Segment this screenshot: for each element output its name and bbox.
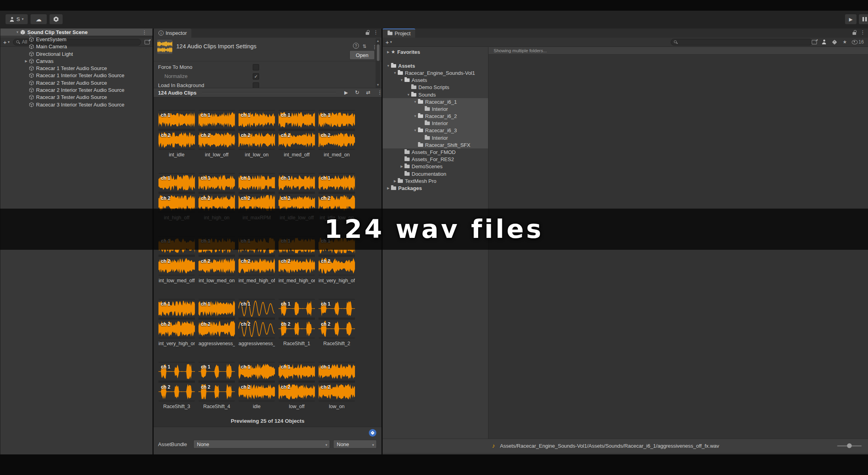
expand-open-icon[interactable]: ▼ [399,78,404,82]
services-button[interactable] [50,14,63,24]
audio-clip-preview[interactable]: ch 1ch 2RaceShift_3 [158,362,195,409]
audio-clip-preview[interactable]: ch 1ch 2int_low_on [238,110,275,158]
project-search-input[interactable] [679,39,810,45]
assetbundle-variant-select[interactable]: None ▾ [333,440,377,448]
account-button[interactable]: S ▾ [6,14,28,24]
audio-clip-preview[interactable]: ch 1ch 2int_med_high_off [238,236,275,283]
open-button[interactable]: Open [349,50,375,60]
hierarchy-item[interactable]: Directional Light [0,50,153,57]
normalize-checkbox[interactable]: ✓ [253,73,259,80]
create-asset-button[interactable]: + [385,39,389,45]
project-tree-item[interactable]: ▼Racecar_Engine_Sounds-Vol1 [383,69,488,76]
expand-closed-icon[interactable]: ▶ [392,179,398,183]
audio-clip-preview[interactable]: ch 1ch 2int_maxRPM [238,173,275,220]
project-tree-item[interactable]: ▼Assets [383,62,488,69]
audio-clip-preview[interactable]: ch 1ch 2low_on [319,362,355,409]
hierarchy-item[interactable]: Racecar 2 Interior Tester Audio Source [0,86,153,93]
audio-clip-preview[interactable]: ch 1ch 2int_idle_low_off [279,173,315,220]
audio-clip-preview[interactable]: ch 1ch 2int_high_off [158,173,195,220]
splitter-handle[interactable] [202,92,336,93]
lock-icon[interactable] [366,32,369,35]
assetbundle-tag-icon[interactable] [369,429,376,437]
saved-search-star-icon[interactable]: ★ [843,40,847,44]
property-row[interactable]: Load In Background [154,81,374,88]
audio-clip-preview[interactable]: ch 1ch 2RaceShift_1 [279,299,315,346]
expand-closed-icon[interactable]: ▶ [385,186,391,190]
hierarchy-item[interactable]: EventSystem [0,36,153,43]
expand-open-icon[interactable]: ▼ [412,114,418,118]
hierarchy-item[interactable]: Racecar 3 Interior Tester Audio Source [0,101,153,108]
project-tree-item[interactable]: ▶Packages [383,184,488,192]
property-row[interactable]: Normalize ✓ [154,72,374,81]
audio-clip-preview[interactable]: ch 1ch 2int_low_off [198,110,235,158]
audio-clip-preview[interactable]: ch 1ch 2int_idle_low_on [319,173,355,220]
audio-clip-preview[interactable]: ch 1ch 2int_med_on [319,110,355,158]
project-tree-item[interactable]: ▼Assets [383,77,488,84]
project-tree-item[interactable]: ▶★Favorites [383,48,488,55]
project-tree-item[interactable]: Assets_For_FMOD [383,148,488,156]
project-tree-item[interactable]: Interior [383,134,488,141]
project-tree-item[interactable]: ▼Racecar_i6_1 [383,98,488,105]
cloud-button[interactable]: ☁ [31,14,47,24]
help-icon[interactable]: ? [353,43,359,49]
hierarchy-item[interactable]: Racecar 2 Tester Audio Source [0,79,153,86]
project-tree-item[interactable]: Documentation [383,170,488,177]
expand-open-icon[interactable]: ▼ [392,71,398,75]
audio-clip-preview[interactable]: ch 1ch 2int_very_high_off [319,236,355,283]
force-to-mono-checkbox[interactable] [253,64,259,70]
project-tree-item[interactable]: ▼Racecar_i6_3 [383,127,488,134]
hierarchy-item[interactable]: ▶Canvas [0,57,153,65]
project-tree-item[interactable]: ▼Racecar_i6_2 [383,113,488,120]
kebab-icon[interactable]: ⋮ [377,90,382,95]
kebab-icon[interactable]: ⋮ [373,30,378,35]
project-tree-item[interactable]: Demo Scripts [383,84,488,91]
tab-inspector[interactable]: i Inspector [154,28,191,38]
caret-down-icon[interactable]: ▾ [390,40,392,44]
hierarchy-item[interactable]: Racecar 1 Tester Audio Source [0,65,153,72]
hierarchy-scene-row[interactable]: ▼ Sound Clip Tester Scene ⋮ [0,28,153,36]
hierarchy-item[interactable]: Racecar 1 Interior Tester Audio Source [0,72,153,79]
audio-clip-preview[interactable]: ch 1ch 2aggressiveness_o [198,299,235,346]
audio-clip-preview[interactable]: ch 1ch 2RaceShift_2 [319,299,355,346]
audio-clip-preview[interactable]: ch 1ch 2low_off [279,362,315,409]
project-tree-item[interactable]: Interior [383,120,488,127]
play-button[interactable]: ▶ [845,14,857,24]
presets-icon[interactable]: ⇅ [362,44,366,49]
preview-loop-icon[interactable]: ↻ [355,89,359,95]
external-window-icon[interactable]: ↗ [812,40,817,44]
tab-project[interactable]: Project [383,28,415,38]
project-tree-item[interactable]: Interior [383,105,488,112]
hidden-count-eye-icon[interactable] [852,40,858,44]
search-by-type-icon[interactable] [822,40,826,44]
expand-closed-icon[interactable]: ▶ [385,50,391,54]
project-tree-item[interactable]: ▶DemoScenes [383,163,488,170]
load-in-background-checkbox[interactable] [253,82,259,88]
project-tree-item[interactable]: ▶TextMesh Pro [383,177,488,184]
search-by-label-icon[interactable] [832,40,837,45]
audio-clip-preview[interactable]: ch 1ch 2RaceShift_4 [198,362,235,409]
expand-closed-icon[interactable]: ▶ [399,165,404,168]
expand-closed-icon[interactable]: ▶ [23,59,29,63]
expand-open-icon[interactable]: ▼ [412,100,418,104]
kebab-icon[interactable]: ⋮ [142,30,147,35]
audio-clip-preview[interactable]: ch 1ch 2aggressiveness_of [238,299,275,346]
preview-play-icon[interactable]: ▶ [344,90,348,95]
expand-open-icon[interactable]: ▼ [406,93,411,97]
expand-open-icon[interactable]: ▼ [412,129,418,132]
property-row[interactable]: Force To Mono [154,63,374,72]
assetbundle-select[interactable]: None ▾ [193,440,330,448]
slider-knob[interactable] [847,443,852,448]
project-tree-item[interactable]: Assets_For_RES2 [383,156,488,163]
audio-clip-preview[interactable]: ch 1ch 2int_high_on [198,173,235,220]
audio-clip-preview[interactable]: ch 1ch 2int_low_med_on [198,236,235,283]
preview-cycle-icon[interactable]: ⇄ [366,89,370,95]
audio-clip-preview[interactable]: ch 1ch 2int_med_off [279,110,315,158]
kebab-icon[interactable]: ⋮ [860,30,865,35]
audio-clip-preview[interactable]: ch 1ch 2int_med_high_on [279,236,315,283]
preview-header-bar[interactable]: 124 Audio Clips ▶ ↻ ⇄ ⋮ [154,88,382,97]
inspector-scrollbar[interactable]: ▲ ▼ [376,38,380,88]
project-tree-item[interactable]: ▼Sounds [383,91,488,98]
audio-clip-preview[interactable]: ch 1ch 2idle [238,362,275,409]
audio-clip-preview[interactable]: ch 1ch 2int_idle [158,110,195,158]
audio-clip-preview[interactable]: ch 1ch 2int_low_med_off [158,236,195,283]
